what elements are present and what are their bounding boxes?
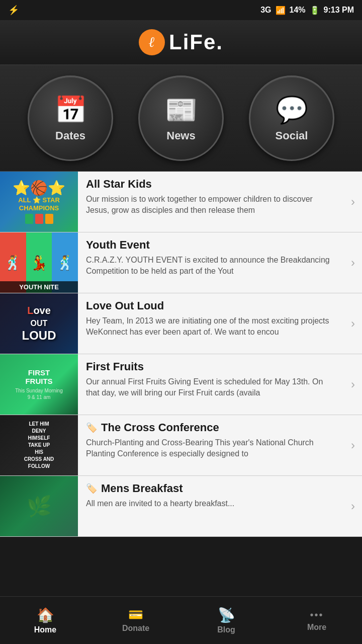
chevron-right-icon: › bbox=[344, 415, 362, 475]
mens-breakfast-thumb: 🌿 bbox=[0, 476, 78, 536]
blog-icon: 📡 bbox=[218, 607, 235, 623]
bottom-navigation: 🏠 Home 💳 Donate 📡 Blog ••• More bbox=[0, 596, 362, 644]
battery-icon: 🔋 bbox=[310, 6, 320, 15]
more-icon: ••• bbox=[310, 609, 323, 621]
mens-breakfast-desc: All men are invited to a hearty breakfas… bbox=[86, 498, 338, 509]
love-out-loud-content: Love Out Loud Hey Team, In 2013 we are i… bbox=[78, 293, 344, 354]
list-item[interactable]: 🕺 💃 🕺 YOUTH NITE Youth Event C.R.A.Z.Y. … bbox=[0, 232, 362, 293]
chevron-right-icon: › bbox=[344, 172, 362, 232]
cross-conference-thumb: LET HIMDENYHIMSELFTAKE UPHISCROSS ANDFOL… bbox=[0, 415, 78, 475]
nav-donate[interactable]: 💳 Donate bbox=[90, 597, 181, 644]
social-button[interactable]: 💬 Social bbox=[249, 75, 334, 161]
app-header: ℓ LiFe. bbox=[0, 20, 362, 65]
list-item[interactable]: 🌿 🏷️ Mens Breakfast All men are invited … bbox=[0, 476, 362, 537]
donate-icon: 💳 bbox=[128, 608, 143, 622]
love-out-loud-title: Love Out Loud bbox=[86, 299, 338, 312]
love-out-loud-desc: Hey Team, In 2013 we are initiating one … bbox=[86, 315, 338, 338]
signal-icon: 📶 bbox=[276, 6, 286, 15]
list-item[interactable]: ⭐🏀⭐ ALL ⭐ STARCHAMPIONS All Star Kids Ou… bbox=[0, 172, 362, 232]
chevron-right-icon: › bbox=[344, 354, 362, 415]
youth-event-title: Youth Event bbox=[86, 238, 338, 252]
usb-icon: ⚡ bbox=[8, 5, 19, 16]
nav-home[interactable]: 🏠 Home bbox=[0, 597, 90, 644]
donate-label: Donate bbox=[122, 624, 149, 633]
status-bar: ⚡ 3G 📶 14% 🔋 9:13 PM bbox=[0, 0, 362, 20]
blog-label: Blog bbox=[217, 625, 235, 634]
youth-event-desc: C.R.A.Z.Y. YOUTH EVENT is excited to ann… bbox=[86, 255, 338, 277]
logo: ℓ LiFe. bbox=[139, 29, 223, 55]
tag-icon: 🏷️ bbox=[86, 422, 97, 433]
home-label: Home bbox=[34, 625, 56, 634]
main-nav: 📅 Dates 📰 News 💬 Social bbox=[0, 65, 362, 172]
youth-event-thumb: 🕺 💃 🕺 YOUTH NITE bbox=[0, 232, 78, 293]
first-fruits-title: First Fruits bbox=[86, 360, 338, 373]
calendar-icon: 📅 bbox=[54, 95, 87, 125]
mens-breakfast-title: 🏷️ Mens Breakfast bbox=[86, 482, 338, 495]
all-star-kids-title: All Star Kids bbox=[86, 178, 338, 191]
list-item[interactable]: Love OUT LOUD Love Out Loud Hey Team, In… bbox=[0, 293, 362, 354]
news-icon: 📰 bbox=[165, 95, 198, 125]
nav-more[interactable]: ••• More bbox=[272, 597, 362, 644]
cross-conference-title: 🏷️ The Cross Conference bbox=[86, 421, 338, 434]
tag-icon: 🏷️ bbox=[86, 483, 97, 494]
all-star-kids-content: All Star Kids Our mission is to work tog… bbox=[78, 172, 344, 232]
content-list: ⭐🏀⭐ ALL ⭐ STARCHAMPIONS All Star Kids Ou… bbox=[0, 172, 362, 537]
logo-icon: ℓ bbox=[139, 29, 165, 55]
all-star-kids-desc: Our mission is to work together to empow… bbox=[86, 194, 338, 216]
dates-label: Dates bbox=[55, 129, 85, 142]
cross-conference-content: 🏷️ The Cross Conference Church-Planting … bbox=[78, 415, 344, 475]
list-item[interactable]: FIRSTFRUITS This Sunday Morning9 & 11 am… bbox=[0, 354, 362, 415]
social-label: Social bbox=[276, 129, 308, 142]
first-fruits-desc: Our annual First Fruits Giving Event is … bbox=[86, 376, 338, 399]
chevron-right-icon: › bbox=[344, 476, 362, 536]
nav-blog[interactable]: 📡 Blog bbox=[181, 597, 272, 644]
all-star-kids-thumb: ⭐🏀⭐ ALL ⭐ STARCHAMPIONS bbox=[0, 172, 78, 232]
dates-button[interactable]: 📅 Dates bbox=[28, 75, 113, 161]
social-icon: 💬 bbox=[276, 95, 308, 125]
clock: 9:13 PM bbox=[324, 6, 354, 15]
first-fruits-thumb: FIRSTFRUITS This Sunday Morning9 & 11 am bbox=[0, 354, 78, 415]
mens-breakfast-content: 🏷️ Mens Breakfast All men are invited to… bbox=[78, 476, 344, 536]
news-button[interactable]: 📰 News bbox=[138, 75, 224, 161]
news-label: News bbox=[166, 129, 195, 142]
logo-text: LiFe. bbox=[169, 30, 223, 54]
network-indicator: 3G bbox=[260, 6, 271, 15]
chevron-right-icon: › bbox=[344, 293, 362, 354]
list-item[interactable]: LET HIMDENYHIMSELFTAKE UPHISCROSS ANDFOL… bbox=[0, 415, 362, 476]
battery-level: 14% bbox=[290, 6, 306, 15]
first-fruits-content: First Fruits Our annual First Fruits Giv… bbox=[78, 354, 344, 415]
home-icon: 🏠 bbox=[37, 607, 54, 623]
more-label: More bbox=[307, 623, 326, 632]
cross-conference-desc: Church-Planting and Cross-Bearing This y… bbox=[86, 437, 338, 460]
love-out-loud-thumb: Love OUT LOUD bbox=[0, 293, 78, 354]
youth-event-content: Youth Event C.R.A.Z.Y. YOUTH EVENT is ex… bbox=[78, 232, 344, 293]
chevron-right-icon: › bbox=[344, 232, 362, 293]
